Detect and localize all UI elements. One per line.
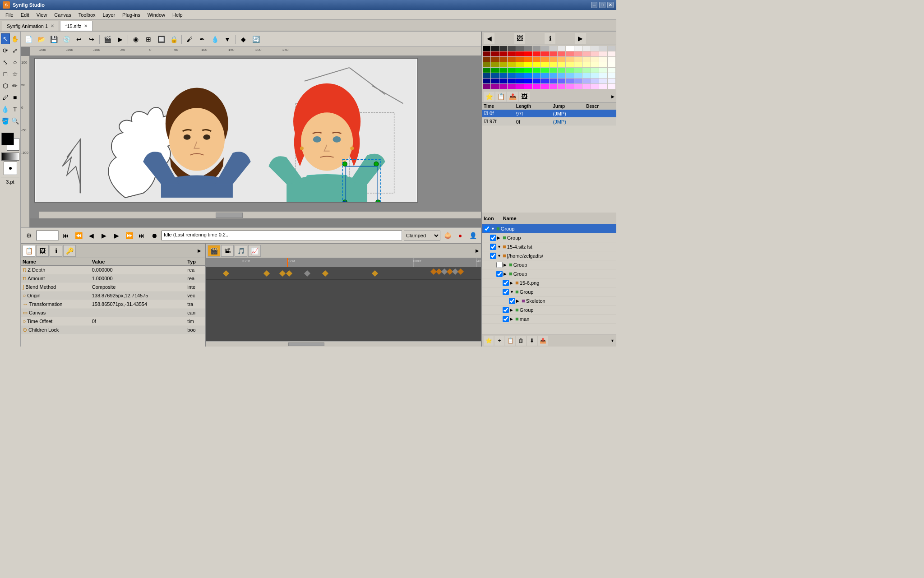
color-swatch[interactable] (499, 51, 507, 56)
gradient-tool[interactable]: ■ (11, 92, 20, 103)
keyframe-diamond[interactable] (304, 270, 310, 277)
color-swatch[interactable] (591, 62, 599, 67)
color-swatch[interactable] (599, 84, 607, 89)
toggle-grid-btn[interactable]: ⊞ (143, 33, 154, 45)
color-swatch[interactable] (524, 84, 532, 89)
color-swatch[interactable] (508, 68, 515, 73)
menu-plugins[interactable]: Plug-ins (119, 11, 144, 18)
keyframe-diamond[interactable] (279, 270, 286, 277)
color-swatch[interactable] (550, 73, 557, 78)
color-swatch[interactable] (591, 73, 599, 78)
color-swatch[interactable] (582, 46, 590, 51)
preview-btn[interactable]: ▶ (114, 33, 126, 45)
layer-new-btn[interactable]: + (494, 336, 504, 346)
color-swatch[interactable] (533, 68, 541, 73)
color-swatch[interactable] (533, 73, 541, 78)
color-swatch[interactable] (541, 46, 549, 51)
layer-item[interactable]: ▶ ■ Group (482, 233, 616, 242)
tl-tab-render[interactable]: 🎬 (208, 245, 220, 257)
color-swatch[interactable] (608, 51, 615, 56)
color-swatch[interactable] (541, 79, 549, 83)
color-swatch[interactable] (524, 51, 532, 56)
color-swatch[interactable] (558, 73, 565, 78)
nav-info-btn[interactable]: ℹ (545, 33, 555, 44)
color-swatch[interactable] (524, 68, 532, 73)
color-swatch[interactable] (499, 84, 507, 89)
menu-toolbox[interactable]: Toolbox (75, 11, 99, 18)
menu-canvas[interactable]: Canvas (51, 11, 74, 18)
color-swatch[interactable] (483, 79, 490, 83)
color-swatch[interactable] (558, 46, 565, 51)
color-swatch[interactable] (574, 46, 582, 51)
color-swatch[interactable] (541, 51, 549, 56)
layer-item[interactable]: ▼ ■ Group (482, 224, 616, 233)
color-swatch[interactable] (566, 46, 573, 51)
color-swatch[interactable] (591, 46, 599, 51)
color-swatch[interactable] (508, 51, 515, 56)
color-swatch[interactable] (550, 62, 557, 67)
foreground-color[interactable] (1, 133, 14, 145)
save-as-btn[interactable]: 💿 (60, 33, 72, 45)
maximize-button[interactable]: □ (599, 2, 605, 8)
eyedropper-tool[interactable]: 💧 (1, 104, 10, 115)
color-swatch[interactable] (483, 84, 490, 89)
property-row[interactable]: π Z Depth 0.000000 rea (21, 266, 205, 274)
color-swatch[interactable] (550, 84, 557, 89)
layer-checkbox[interactable] (503, 307, 509, 313)
interpolation-select[interactable]: Clamped TCB Constant Linear Ease In/Out (404, 231, 440, 240)
keyframe-diamond[interactable] (286, 270, 292, 277)
color-swatch[interactable] (599, 79, 607, 83)
color-swatch[interactable] (533, 57, 541, 62)
color-swatch[interactable] (550, 57, 557, 62)
color-swatch[interactable] (582, 51, 590, 56)
color-swatch[interactable] (516, 62, 524, 67)
frame-input[interactable]: 257f (36, 231, 59, 240)
color-swatch[interactable] (558, 84, 565, 89)
tab-15sifz-close[interactable]: ✕ (84, 23, 88, 28)
color-swatch[interactable] (599, 57, 607, 62)
timeline-scroll-thumb[interactable] (288, 342, 324, 346)
prop-tab-keyframes[interactable]: 🔑 (63, 245, 76, 257)
next-keyframe-btn[interactable]: ⏩ (124, 230, 134, 241)
color-swatch[interactable] (508, 73, 515, 78)
color-swatch[interactable] (574, 51, 582, 56)
rotate-tool[interactable]: ⟳ (1, 45, 10, 56)
color-swatch[interactable] (599, 73, 607, 78)
color-swatch[interactable] (582, 62, 590, 67)
layer-checkbox[interactable] (490, 244, 496, 250)
color-swatch[interactable] (524, 73, 532, 78)
color-swatch[interactable] (541, 73, 549, 78)
color-swatch[interactable] (599, 51, 607, 56)
color-swatch[interactable] (608, 62, 615, 67)
keyframe-diamond[interactable] (372, 270, 378, 277)
color-swatch[interactable] (541, 68, 549, 73)
waypoint-row[interactable]: ☑ 97f 0f (JMP) (482, 118, 616, 126)
color-swatch[interactable] (582, 79, 590, 83)
layer-item[interactable]: ▼ ■ Group (482, 287, 616, 296)
color-swatch[interactable] (608, 73, 615, 78)
color-swatch[interactable] (483, 62, 490, 67)
open-btn[interactable]: 📂 (35, 33, 47, 45)
color-swatch[interactable] (524, 46, 532, 51)
layer-checkbox[interactable] (509, 298, 515, 304)
property-row[interactable]: ▭ Canvas can (21, 309, 205, 317)
color-swatch[interactable] (483, 46, 490, 51)
bline-tool[interactable]: ✏ (11, 80, 20, 91)
eyedrop-btn[interactable]: 💧 (209, 33, 221, 45)
color-swatch[interactable] (508, 84, 515, 89)
draw-mode-btn[interactable]: 🖌 (184, 33, 195, 45)
color-swatch[interactable] (591, 79, 599, 83)
feather-tool[interactable]: 🖊 (1, 92, 10, 103)
color-swatch[interactable] (516, 46, 524, 51)
circle-tool[interactable]: ○ (11, 57, 20, 68)
tab-15sifz[interactable]: *15.sifz ✕ (60, 21, 92, 31)
color-swatch[interactable] (524, 62, 532, 67)
new-canvas-btn[interactable]: 📄 (23, 33, 34, 45)
layer-checkbox[interactable] (490, 253, 496, 259)
color-swatch[interactable] (566, 73, 573, 78)
menu-window[interactable]: Window (144, 11, 169, 18)
prev-keyframe-btn[interactable]: ⏪ (73, 230, 84, 241)
mirror-tool[interactable]: ⤡ (1, 57, 10, 68)
color-swatch[interactable] (499, 46, 507, 51)
layer-checkbox[interactable] (496, 262, 503, 268)
